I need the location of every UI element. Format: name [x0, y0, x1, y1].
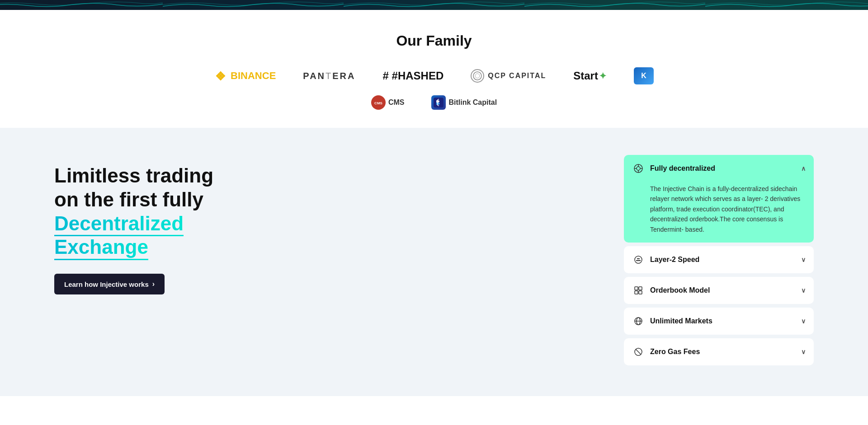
- accordion-header-fully-decentralized[interactable]: Fully decentralized ∧: [624, 155, 814, 182]
- qcp-icon: [471, 69, 484, 83]
- logos-row-1: BINANCE PANTERA #HASHED QCP CAPITAL Star…: [18, 67, 850, 84]
- accordion-item-layer2-speed: Layer-2 Speed ∨: [624, 246, 814, 273]
- logos-row-2: CMS CMS Bitlink Capital: [18, 95, 850, 110]
- svg-point-14: [635, 256, 642, 263]
- accordion-header-orderbook-model[interactable]: Orderbook Model ∨: [624, 277, 814, 304]
- unlimited-markets-icon: [632, 315, 645, 327]
- arrow-icon: ›: [152, 280, 155, 288]
- logo-binance: BINANCE: [214, 70, 276, 82]
- accordion-header-zero-gas-fees[interactable]: Zero Gas Fees ∨: [624, 338, 814, 365]
- family-section: Our Family BINANCE PANTERA #HASHED: [0, 10, 868, 128]
- accordion-item-orderbook-model: Orderbook Model ∨: [624, 277, 814, 304]
- top-banner: [0, 0, 868, 10]
- svg-rect-18: [639, 291, 642, 294]
- feature-accordion: Fully decentralized ∧ The Injective Chai…: [624, 155, 814, 369]
- chevron-down-icon: ∨: [801, 287, 806, 294]
- svg-point-0: [473, 72, 481, 80]
- svg-rect-17: [635, 291, 638, 294]
- accordion-item-fully-decentralized: Fully decentralized ∧ The Injective Chai…: [624, 155, 814, 243]
- logo-bitlink: Bitlink Capital: [431, 95, 497, 110]
- logo-k42: K: [634, 67, 654, 84]
- cms-icon: CMS: [371, 95, 386, 110]
- accordion-header-layer2-speed[interactable]: Layer-2 Speed ∨: [624, 246, 814, 273]
- accordion-item-zero-gas-fees: Zero Gas Fees ∨: [624, 338, 814, 365]
- logo-cms: CMS CMS: [371, 95, 405, 110]
- layer2-icon: [632, 253, 645, 266]
- logo-hashed: #HASHED: [383, 70, 444, 82]
- chevron-down-icon: ∨: [801, 318, 806, 325]
- chevron-up-icon: ∧: [801, 165, 806, 172]
- zero-gas-icon: [632, 346, 645, 358]
- accordion-header-unlimited-markets[interactable]: Unlimited Markets ∨: [624, 308, 814, 335]
- logo-startx: Start✦: [573, 70, 607, 82]
- chevron-down-icon: ∨: [801, 348, 806, 355]
- svg-point-1: [475, 74, 480, 78]
- logo-qcp: QCP CAPITAL: [471, 69, 546, 83]
- logo-pantera: PANTERA: [303, 71, 355, 81]
- feature-heading: Limitless trading on the first fully Dec…: [54, 164, 588, 259]
- feature-section: Limitless trading on the first fully Dec…: [0, 128, 868, 396]
- accordion-body-fully-decentralized: The Injective Chain is a fully-decentral…: [624, 182, 814, 243]
- orderbook-icon: [632, 284, 645, 297]
- svg-rect-15: [635, 287, 638, 290]
- svg-text:CMS: CMS: [374, 101, 382, 105]
- svg-point-9: [637, 167, 640, 170]
- bitlink-icon: [431, 95, 446, 110]
- family-title: Our Family: [18, 33, 850, 49]
- decentralized-icon: [632, 162, 645, 175]
- svg-rect-16: [639, 287, 642, 290]
- accordion-item-unlimited-markets: Unlimited Markets ∨: [624, 308, 814, 335]
- feature-left: Limitless trading on the first fully Dec…: [54, 155, 588, 294]
- learn-injective-button[interactable]: Learn how Injective works ›: [54, 274, 165, 294]
- chevron-down-icon: ∨: [801, 256, 806, 263]
- svg-line-23: [636, 349, 641, 355]
